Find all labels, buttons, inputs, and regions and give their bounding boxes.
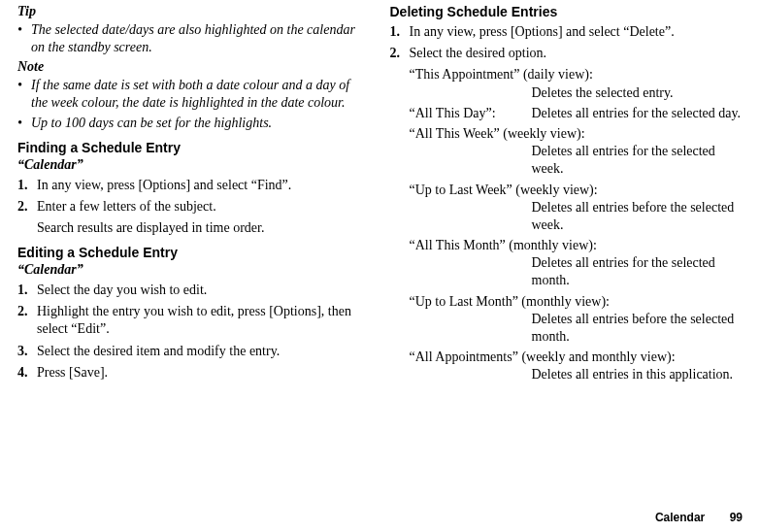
step-number: 2. <box>17 198 37 237</box>
tip-label: Tip <box>17 4 365 19</box>
right-column: Deleting Schedule Entries 1. In any view… <box>380 4 743 532</box>
step: 4. Press [Save]. <box>17 364 365 382</box>
note-text: Up to 100 days can be set for the highli… <box>31 115 272 132</box>
option-row: “All Appointments” (weekly and monthly v… <box>410 349 743 383</box>
option-desc: Deletes all entries for the selected mon… <box>532 254 743 289</box>
step-number: 1. <box>17 282 37 299</box>
step-number: 2. <box>17 303 37 338</box>
page: Tip • The selected date/days are also hi… <box>0 0 760 532</box>
step-number: 1. <box>390 23 410 41</box>
option-row: “All This Day”: Deletes all entries for … <box>410 105 743 122</box>
tip-bullet: • The selected date/days are also highli… <box>17 21 365 55</box>
footer-section: Calendar <box>655 511 705 524</box>
step: 1. In any view, press [Options] and sele… <box>17 177 365 194</box>
note-bullet-1: • Up to 100 days can be set for the high… <box>17 115 365 132</box>
heading-deleting: Deleting Schedule Entries <box>390 4 743 19</box>
step-number: 1. <box>17 177 37 194</box>
step-number: 3. <box>17 343 37 360</box>
bullet-dot-icon: • <box>17 115 31 132</box>
step-number: 4. <box>17 364 37 382</box>
option-desc: Deletes all entries before the selected … <box>532 199 743 234</box>
option-term: “All This Month” (monthly view): <box>410 237 743 254</box>
footer-page-number: 99 <box>730 511 743 524</box>
step-text: Enter a few letters of the subject. <box>37 198 365 216</box>
step-number: 2. <box>390 45 410 62</box>
step-text: Select the desired option. <box>410 45 743 62</box>
step: 1. In any view, press [Options] and sele… <box>390 23 743 41</box>
option-term: “All This Day”: <box>410 105 532 122</box>
note-bullet-0: • If the same date is set with both a da… <box>17 77 365 111</box>
left-column: Tip • The selected date/days are also hi… <box>17 4 380 532</box>
step-subtext: Search results are displayed in time ord… <box>37 219 365 237</box>
option-desc: Deletes all entries for the selected day… <box>532 105 743 122</box>
option-row: “This Appointment” (daily view): Deletes… <box>410 66 743 101</box>
option-term: “All This Week” (weekly view): <box>410 125 743 143</box>
page-footer: Calendar 99 <box>655 511 743 524</box>
option-desc: Deletes all entries for the selected wee… <box>532 143 743 178</box>
subheading-calendar: “Calendar” <box>17 157 365 173</box>
subheading-calendar: “Calendar” <box>17 262 365 278</box>
step: 2. Select the desired option. <box>390 45 743 62</box>
option-row: “All This Week” (weekly view): Deletes a… <box>410 125 743 179</box>
step: 1. Select the day you wish to edit. <box>17 282 365 299</box>
option-desc: Deletes all entries before the selected … <box>532 311 743 346</box>
option-term: “All Appointments” (weekly and monthly v… <box>410 349 743 366</box>
option-term: “Up to Last Week” (weekly view): <box>410 182 743 199</box>
step-text: In any view, press [Options] and select … <box>410 23 743 41</box>
option-desc: Deletes the selected entry. <box>532 84 743 102</box>
step-text: Press [Save]. <box>37 364 365 382</box>
note-text: If the same date is set with both a date… <box>31 77 365 111</box>
option-term: “Up to Last Month” (monthly view): <box>410 293 743 311</box>
bullet-dot-icon: • <box>17 21 31 55</box>
heading-finding: Finding a Schedule Entry <box>17 140 365 155</box>
note-label: Note <box>17 59 365 75</box>
step: 2. Enter a few letters of the subject. S… <box>17 198 365 237</box>
option-row: “Up to Last Week” (weekly view): Deletes… <box>410 182 743 235</box>
step: 2. Highlight the entry you wish to edit,… <box>17 303 365 338</box>
option-term: “This Appointment” (daily view): <box>410 66 743 83</box>
option-desc: Deletes all entries in this application. <box>532 366 743 383</box>
heading-editing: Editing a Schedule Entry <box>17 245 365 260</box>
option-row: “Up to Last Month” (monthly view): Delet… <box>410 293 743 347</box>
option-row: “All This Month” (monthly view): Deletes… <box>410 237 743 290</box>
step-text: In any view, press [Options] and select … <box>37 177 365 194</box>
step-text: Select the desired item and modify the e… <box>37 343 365 360</box>
step: 3. Select the desired item and modify th… <box>17 343 365 360</box>
tip-text: The selected date/days are also highligh… <box>31 21 365 55</box>
step-text: Select the day you wish to edit. <box>37 282 365 299</box>
step-text: Highlight the entry you wish to edit, pr… <box>37 303 365 338</box>
bullet-dot-icon: • <box>17 77 31 111</box>
